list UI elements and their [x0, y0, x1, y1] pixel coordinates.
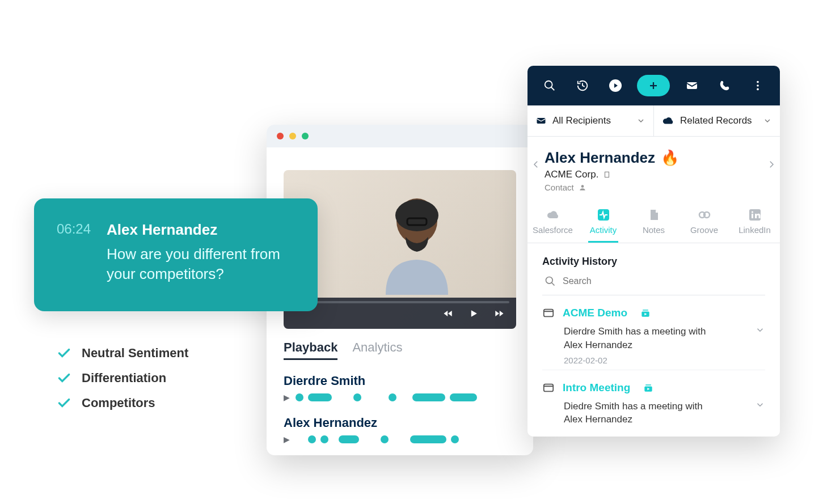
video-scrubber[interactable]: [284, 298, 516, 329]
speaker-block: Alex Hernandez ▶: [284, 416, 533, 444]
tag-item: Differentiation: [57, 371, 188, 386]
svg-point-10: [757, 81, 759, 83]
tab-label: LinkedIn: [738, 225, 771, 235]
svg-point-4: [545, 81, 552, 88]
transcript-quote: How are you different from your competit…: [107, 244, 294, 284]
tab-linkedin[interactable]: LinkedIn: [729, 204, 780, 243]
svg-point-12: [757, 88, 759, 91]
tab-label: Notes: [643, 225, 665, 235]
waveform[interactable]: [296, 393, 477, 401]
history-search[interactable]: [542, 276, 765, 295]
flow-icon: [643, 382, 654, 393]
next-contact-button[interactable]: [766, 159, 776, 170]
svg-point-26: [546, 277, 553, 284]
svg-rect-35: [645, 384, 651, 386]
window-minimize-dot[interactable]: [289, 133, 296, 139]
svg-rect-31: [643, 310, 648, 311]
side-panel: All Recipients Related Records Alex Hern…: [527, 66, 780, 437]
svg-line-27: [552, 283, 555, 286]
tag-item: Competitors: [57, 396, 188, 410]
check-icon: [57, 346, 71, 361]
rewind-button[interactable]: [442, 308, 454, 319]
window-close-dot[interactable]: [277, 133, 284, 139]
speaker-name: Alex Hernandez: [284, 416, 533, 430]
chevron-down-icon[interactable]: [755, 400, 765, 410]
scrubber-track[interactable]: [290, 301, 509, 303]
tag-label: Neutral Sentiment: [82, 346, 188, 361]
forward-button[interactable]: [493, 308, 505, 319]
history-item-title: Intro Meeting: [563, 382, 630, 394]
transcript-timestamp: 06:24: [57, 221, 91, 284]
history-search-input[interactable]: [563, 276, 765, 286]
tab-label: Groove: [690, 225, 718, 235]
svg-rect-28: [544, 310, 554, 317]
search-icon: [545, 276, 556, 287]
history-title: Activity History: [542, 256, 765, 268]
tab-activity[interactable]: Activity: [578, 204, 628, 243]
chevron-down-icon: [763, 116, 772, 125]
history-item-desc: Diedre Smith has a meeting with Alex Her…: [564, 400, 717, 427]
waveform[interactable]: [296, 435, 459, 443]
svg-point-19: [581, 185, 584, 188]
svg-line-5: [551, 87, 555, 91]
history-item-title: ACME Demo: [563, 307, 627, 319]
history-item-date: 2022-02-02: [564, 355, 765, 365]
tag-list: Neutral Sentiment Differentiation Compet…: [57, 346, 188, 410]
play-icon[interactable]: ▶: [284, 393, 290, 402]
check-icon: [57, 371, 71, 386]
mail-filled-icon: [535, 115, 547, 126]
tag-label: Competitors: [82, 396, 155, 410]
activity-icon: [597, 208, 610, 222]
tab-playback[interactable]: Playback: [284, 340, 337, 360]
contact-name: Alex Hernandez: [545, 149, 655, 167]
history-item-desc: Dierdre Smith has a meeting with Alex He…: [564, 325, 717, 352]
play-button[interactable]: [468, 308, 479, 319]
more-icon[interactable]: [746, 74, 769, 97]
tab-label: Salesforce: [533, 225, 573, 235]
cloud-icon: [546, 208, 560, 222]
side-panel-toolbar: [527, 66, 780, 105]
activity-history: Activity History ACME Demo Dierdre Smith…: [527, 243, 780, 437]
transcript-card: 06:24 Alex Hernandez How are you differe…: [34, 198, 318, 311]
tag-label: Differentiation: [82, 371, 166, 386]
video-tabs: Playback Analytics: [284, 340, 533, 360]
video-person-illustration: [374, 193, 459, 295]
side-panel-tabs: Salesforce Activity Notes Groove LinkedI…: [527, 200, 780, 243]
phone-icon[interactable]: [714, 74, 736, 97]
play-circle-icon[interactable]: [604, 74, 627, 97]
svg-rect-13: [537, 118, 546, 124]
transcript-speaker: Alex Hernandez: [107, 221, 294, 239]
history-item[interactable]: ACME Demo Dierdre Smith has a meeting wi…: [542, 295, 765, 370]
play-icon[interactable]: ▶: [284, 435, 290, 444]
linkedin-icon: [748, 208, 762, 222]
chevron-down-icon: [636, 116, 645, 125]
tab-groove[interactable]: Groove: [679, 204, 729, 243]
svg-point-11: [757, 84, 759, 87]
tab-analytics[interactable]: Analytics: [352, 340, 402, 360]
tab-salesforce[interactable]: Salesforce: [527, 204, 578, 243]
tab-notes[interactable]: Notes: [628, 204, 679, 243]
add-button[interactable]: [637, 75, 670, 96]
contact-header: Alex Hernandez 🔥 ACME Corp. Contact: [527, 137, 780, 200]
prev-contact-button[interactable]: [531, 159, 541, 170]
window-icon: [542, 382, 555, 394]
check-icon: [57, 396, 71, 410]
recipients-selector[interactable]: All Recipients: [527, 105, 653, 136]
svg-point-1: [395, 200, 438, 231]
building-icon: [603, 171, 611, 179]
notes-icon: [647, 208, 661, 222]
selector-label: Related Records: [680, 115, 752, 126]
video-frame[interactable]: [284, 170, 516, 329]
cloud-icon: [662, 115, 674, 127]
window-icon: [542, 307, 555, 319]
fire-icon: 🔥: [661, 149, 679, 167]
flow-icon: [640, 307, 651, 319]
mail-icon[interactable]: [681, 74, 703, 97]
related-records-selector[interactable]: Related Records: [653, 105, 780, 136]
history-item[interactable]: Intro Meeting Diedre Smith has a meeting…: [542, 370, 765, 431]
company-name: ACME Corp.: [545, 169, 598, 180]
window-zoom-dot[interactable]: [302, 133, 309, 139]
search-icon[interactable]: [538, 74, 561, 97]
history-icon[interactable]: [571, 74, 594, 97]
chevron-down-icon[interactable]: [755, 325, 765, 335]
